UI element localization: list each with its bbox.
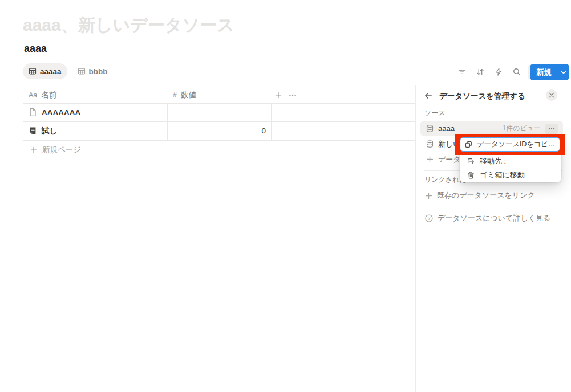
new-button-dropdown[interactable] — [557, 64, 569, 80]
page-icon — [29, 108, 37, 117]
sources-section-label: ソース — [424, 108, 446, 118]
table-gridline — [23, 140, 415, 141]
learn-more-label: データソースについて詳しく見る — [438, 213, 550, 223]
annotation-highlight-box: データソースIDをコピ… — [455, 134, 565, 155]
page-filled-icon — [29, 126, 37, 135]
panel-divider — [415, 85, 416, 392]
menu-item-move-to-trash[interactable]: ゴミ箱に移動 — [463, 168, 558, 182]
panel-divider-line — [424, 206, 562, 206]
copy-icon — [464, 140, 473, 149]
table-gridline — [23, 103, 415, 104]
page-title-text: AAAAAAA — [42, 108, 80, 117]
close-button[interactable] — [546, 89, 557, 101]
view-toolbar — [455, 64, 542, 80]
arrow-left-icon — [424, 91, 433, 100]
page-title-text: 試し — [42, 126, 57, 136]
table-view-icon — [78, 67, 86, 75]
row-name-cell[interactable]: 試し — [29, 121, 57, 140]
panel-title: データソースを管理する — [439, 91, 525, 101]
source-more-button[interactable] — [545, 124, 558, 134]
page-title[interactable]: aaaa — [24, 43, 47, 55]
trash-icon — [467, 171, 475, 179]
svg-text:?: ? — [428, 215, 431, 221]
close-icon — [549, 92, 554, 98]
link-existing-source-button[interactable]: 既存のデータソースをリンク — [424, 188, 535, 203]
plus-icon — [426, 155, 434, 164]
link-existing-source-label: 既存のデータソースをリンク — [437, 190, 535, 201]
database-icon — [426, 124, 434, 133]
column-header-name[interactable]: Aa 名前 — [29, 87, 56, 103]
source-name: aaaa — [438, 121, 455, 136]
row-name-cell[interactable]: AAAAAAA — [29, 103, 80, 121]
plus-icon — [274, 91, 282, 99]
view-tab-label: bbbb — [89, 67, 108, 76]
add-column-button[interactable] — [274, 87, 282, 103]
column-header-number[interactable]: # 数値 — [173, 87, 196, 103]
automation-lightning-icon[interactable] — [491, 65, 505, 79]
ellipsis-icon — [288, 91, 297, 100]
learn-more-link[interactable]: ? データソースについて詳しく見る — [424, 211, 550, 226]
menu-item-label: ゴミ箱に移動 — [480, 170, 525, 180]
view-tab-aaaaa[interactable]: aaaaa — [23, 63, 67, 79]
view-tab-bbbb[interactable]: bbbb — [75, 63, 110, 79]
new-button-group: 新規 — [530, 64, 569, 80]
ellipsis-icon — [548, 125, 556, 133]
number-property-icon: # — [173, 91, 177, 99]
back-button[interactable] — [423, 91, 434, 101]
column-label: 名前 — [41, 90, 56, 100]
table-column-divider — [271, 103, 272, 140]
notion-window: aaaa、新しいデータソース aaaa aaaaa bbbb — [0, 0, 571, 392]
column-label: 数値 — [181, 90, 196, 100]
menu-item-copy-data-source-id[interactable]: データソースIDをコピ… — [460, 137, 560, 152]
plus-icon — [424, 191, 433, 200]
new-page-label: 新規ページ — [42, 145, 81, 155]
search-icon[interactable] — [509, 65, 524, 79]
new-page-button[interactable]: 新規ページ — [30, 141, 81, 158]
plus-icon — [30, 146, 38, 154]
move-to-icon — [467, 157, 475, 166]
table-more-button[interactable] — [288, 87, 297, 103]
question-circle-icon: ? — [424, 214, 434, 223]
view-tabbar: aaaaa bbbb — [23, 63, 110, 79]
row-number-cell[interactable]: 0 — [167, 121, 266, 140]
filter-icon[interactable] — [455, 65, 469, 79]
sort-icon[interactable] — [473, 65, 487, 79]
add-data-source-label: データ — [438, 154, 461, 165]
database-title-placeholder[interactable]: aaaa、新しいデータソース — [23, 14, 234, 37]
new-button[interactable]: 新規 — [530, 64, 557, 80]
title-property-icon: Aa — [29, 91, 37, 99]
view-tab-label: aaaaa — [40, 67, 62, 76]
menu-item-label: データソースIDをコピ… — [477, 140, 555, 149]
table-view-icon — [29, 67, 37, 75]
chevron-down-icon — [560, 69, 567, 76]
menu-item-move-to[interactable]: 移動先 : — [463, 154, 558, 168]
database-icon — [426, 140, 434, 148]
menu-item-label: 移動先 : — [480, 156, 506, 166]
